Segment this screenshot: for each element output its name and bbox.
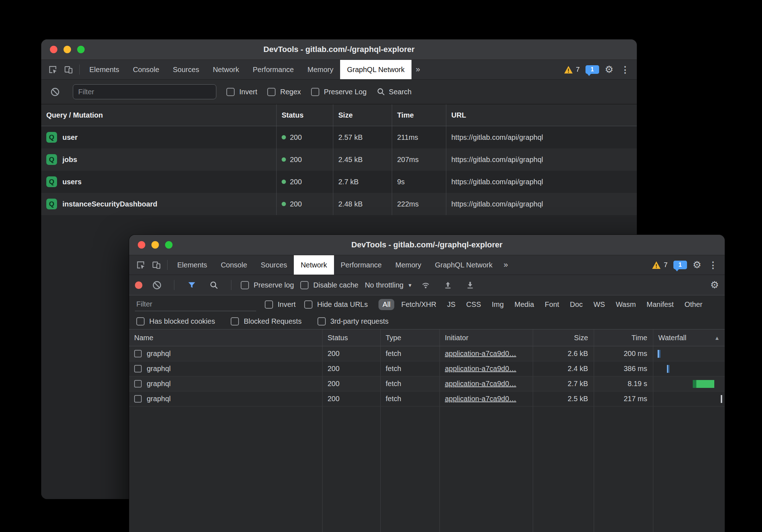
column-header-initiator[interactable]: Initiator: [439, 329, 533, 346]
tab-network[interactable]: Network: [206, 60, 246, 79]
filter-pill-font[interactable]: Font: [541, 299, 563, 310]
column-header-size[interactable]: Size: [333, 104, 392, 126]
column-header-query-mutation[interactable]: Query / Mutation: [41, 104, 276, 126]
table-row[interactable]: graphql 200 fetch application-a7ca9d0… 2…: [129, 391, 725, 407]
tab-memory[interactable]: Memory: [301, 60, 340, 79]
invert-checkbox[interactable]: Invert: [226, 88, 257, 96]
titlebar[interactable]: DevTools - gitlab.com/-/graphql-explorer: [129, 235, 725, 255]
import-har-icon[interactable]: [440, 277, 456, 293]
minimize-button[interactable]: [64, 46, 71, 53]
tab-performance[interactable]: Performance: [334, 255, 389, 275]
titlebar[interactable]: DevTools - gitlab.com/-/graphql-explorer: [41, 39, 637, 60]
initiator-link[interactable]: application-a7ca9d0…: [445, 365, 516, 373]
filter-pill-all[interactable]: All: [378, 299, 394, 310]
network-conditions-icon[interactable]: [418, 277, 434, 293]
filter-pill-img[interactable]: Img: [488, 299, 508, 310]
table-row[interactable]: graphql 200 fetch application-a7ca9d0… 2…: [129, 346, 725, 361]
issues-badge[interactable]: 1: [585, 65, 599, 74]
filter-pill-ws[interactable]: WS: [589, 299, 609, 310]
more-tabs-chevron-icon[interactable]: »: [411, 65, 424, 74]
network-settings-gear-icon[interactable]: ⚙: [710, 280, 719, 290]
invert-checkbox[interactable]: Invert: [265, 300, 296, 309]
close-button[interactable]: [50, 46, 57, 53]
more-tabs-chevron-icon[interactable]: »: [499, 260, 512, 270]
settings-gear-icon[interactable]: ⚙: [605, 65, 613, 75]
row-select-checkbox[interactable]: [134, 350, 142, 357]
kebab-menu-icon[interactable]: ⋮: [707, 260, 719, 270]
disable-cache-checkbox[interactable]: Disable cache: [300, 281, 358, 289]
device-toolbar-icon[interactable]: [61, 62, 76, 77]
close-button[interactable]: [138, 241, 145, 249]
warnings-badge[interactable]: 7: [652, 261, 668, 269]
filter-pill-css[interactable]: CSS: [462, 299, 485, 310]
minimize-button[interactable]: [151, 241, 159, 249]
clear-network-log-icon[interactable]: [149, 277, 165, 293]
hide-data-urls-checkbox[interactable]: Hide data URLs: [304, 300, 368, 309]
zoom-button[interactable]: [165, 241, 173, 249]
tab-graphql-network[interactable]: GraphQL Network: [340, 60, 411, 79]
filter-pill-js[interactable]: JS: [443, 299, 459, 310]
row-select-checkbox[interactable]: [134, 380, 142, 388]
filter-pill-other[interactable]: Other: [681, 299, 706, 310]
tab-memory[interactable]: Memory: [389, 255, 428, 275]
initiator-link[interactable]: application-a7ca9d0…: [445, 395, 516, 403]
row-select-checkbox[interactable]: [134, 365, 142, 372]
clear-block-icon[interactable]: [47, 84, 63, 100]
table-row[interactable]: graphql 200 fetch application-a7ca9d0… 2…: [129, 361, 725, 376]
throttling-dropdown[interactable]: No throttling ▾: [365, 281, 411, 289]
tab-sources[interactable]: Sources: [166, 60, 206, 79]
tab-sources[interactable]: Sources: [254, 255, 294, 275]
column-header-size[interactable]: Size: [533, 329, 594, 346]
table-row[interactable]: Quser 200 2.57 kB 211ms https://gitlab.c…: [41, 126, 637, 148]
filter-funnel-icon[interactable]: [184, 277, 199, 293]
column-header-type[interactable]: Type: [380, 329, 439, 346]
regex-checkbox[interactable]: Regex: [267, 88, 301, 96]
filter-input[interactable]: [73, 84, 216, 99]
filter-input[interactable]: [135, 298, 256, 311]
table-row[interactable]: QinstanceSecurityDashboard 200 2.48 kB 2…: [41, 193, 637, 215]
warnings-badge[interactable]: 7: [564, 66, 580, 74]
issues-badge[interactable]: 1: [673, 261, 687, 269]
toolbar-divider: [79, 65, 80, 75]
column-header-url[interactable]: URL: [446, 104, 637, 126]
row-select-checkbox[interactable]: [134, 395, 142, 403]
filter-pill-fetch-xhr[interactable]: Fetch/XHR: [397, 299, 440, 310]
table-row[interactable]: graphql 200 fetch application-a7ca9d0… 2…: [129, 376, 725, 391]
preserve-log-checkbox[interactable]: Preserve Log: [311, 88, 367, 96]
column-header-status[interactable]: Status: [276, 104, 333, 126]
column-header-time[interactable]: Time: [392, 104, 446, 126]
initiator-link[interactable]: application-a7ca9d0…: [445, 350, 516, 358]
table-row[interactable]: Qjobs 200 2.45 kB 207ms https://gitlab.c…: [41, 148, 637, 171]
inspect-element-icon[interactable]: [133, 257, 149, 273]
filter-pill-doc[interactable]: Doc: [566, 299, 587, 310]
kebab-menu-icon[interactable]: ⋮: [619, 65, 631, 75]
column-header-waterfall[interactable]: Waterfall ▲: [653, 329, 725, 346]
search-button[interactable]: Search: [377, 87, 411, 96]
initiator-link[interactable]: application-a7ca9d0…: [445, 380, 516, 388]
search-icon[interactable]: [206, 277, 222, 293]
third-party-requests-checkbox[interactable]: 3rd-party requests: [318, 317, 389, 326]
tab-elements[interactable]: Elements: [170, 255, 214, 275]
column-header-name[interactable]: Name: [129, 329, 322, 346]
has-blocked-cookies-checkbox[interactable]: Has blocked cookies: [136, 317, 215, 326]
filter-pill-wasm[interactable]: Wasm: [612, 299, 640, 310]
column-header-time[interactable]: Time: [594, 329, 653, 346]
filter-pill-media[interactable]: Media: [511, 299, 538, 310]
preserve-log-checkbox[interactable]: Preserve log: [241, 281, 294, 289]
table-row[interactable]: Qusers 200 2.7 kB 9s https://gitlab.com/…: [41, 171, 637, 193]
zoom-button[interactable]: [77, 46, 85, 53]
tab-performance[interactable]: Performance: [246, 60, 301, 79]
export-har-icon[interactable]: [462, 277, 478, 293]
record-network-log-icon[interactable]: [135, 281, 142, 289]
tab-console[interactable]: Console: [214, 255, 254, 275]
tab-console[interactable]: Console: [126, 60, 166, 79]
filter-pill-manifest[interactable]: Manifest: [643, 299, 678, 310]
inspect-element-icon[interactable]: [45, 62, 61, 77]
column-header-status[interactable]: Status: [322, 329, 380, 346]
tab-elements[interactable]: Elements: [83, 60, 126, 79]
tab-graphql-network[interactable]: GraphQL Network: [428, 255, 499, 275]
device-toolbar-icon[interactable]: [149, 257, 164, 273]
blocked-requests-checkbox[interactable]: Blocked Requests: [231, 317, 301, 326]
settings-gear-icon[interactable]: ⚙: [693, 260, 701, 270]
tab-network[interactable]: Network: [294, 255, 334, 275]
